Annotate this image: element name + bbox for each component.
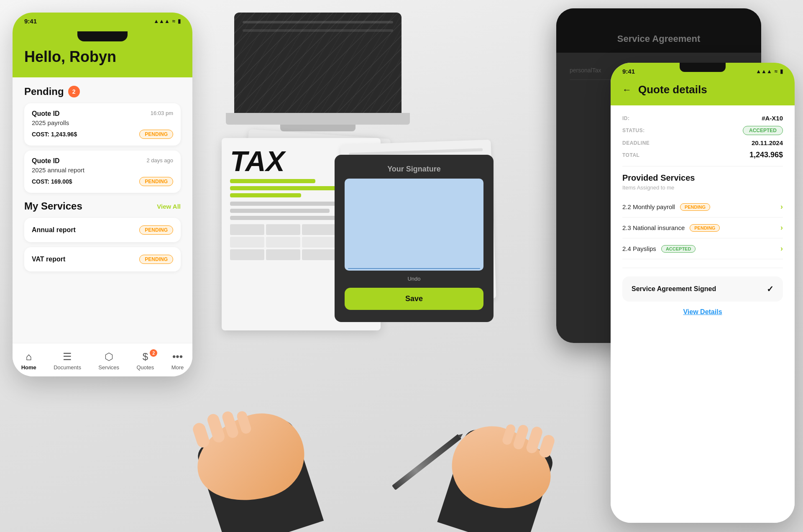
doc-cell — [266, 237, 300, 248]
nav-quotes[interactable]: $ 2 Quotes — [136, 351, 154, 371]
doc-cell — [266, 249, 300, 260]
quote-cost-2: COST: 169.00$ — [32, 178, 72, 185]
quotes-badge: 2 — [150, 349, 157, 357]
left-phone-header: Hello, Robyn — [13, 27, 192, 77]
service-row-3-name: 2.4 Payslips — [622, 245, 656, 252]
service-row-3-status: ACCEPTED — [661, 245, 696, 253]
right-area: Service Agreement personalTax 9:41 ▲▲▲ ≈… — [556, 8, 795, 527]
documents-icon: ☰ — [63, 351, 72, 363]
doc-cell — [302, 237, 336, 248]
deadline-value: 20.11.2024 — [752, 139, 783, 146]
detail-id-row: ID: #A-X10 — [622, 115, 783, 122]
signal-icon: ▲▲▲ — [153, 18, 170, 24]
doc-line-2 — [230, 186, 344, 190]
service-row-1-status: PENDING — [680, 203, 710, 211]
view-details-link[interactable]: View Details — [683, 308, 722, 315]
service-agreement-label: Service Agreement Signed — [632, 285, 716, 293]
service-name-2: VAT report — [32, 256, 65, 263]
laptop-illustration — [226, 13, 410, 138]
service-status-2: PENDING — [139, 255, 173, 264]
quote-card-1[interactable]: Quote ID 16:03 pm 2025 payrolls COST: 1,… — [24, 103, 181, 146]
quote-time-1: 16:03 pm — [151, 110, 173, 118]
status-label: STATUS: — [622, 128, 645, 133]
nav-home-label: Home — [21, 364, 36, 371]
sig-canvas[interactable] — [345, 179, 483, 271]
detail-total-row: TOTAL 1,243.96$ — [622, 151, 783, 159]
service-row-2[interactable]: 2.3 National insurance PENDING › — [622, 217, 783, 238]
doc-cell — [230, 237, 264, 248]
laptop-stand — [280, 125, 355, 131]
pending-badge: 2 — [68, 86, 80, 97]
total-label: TOTAL — [622, 152, 639, 158]
status-bar-left: 9:41 ▲▲▲ ≈ ▮ — [13, 13, 192, 27]
doc-line-3 — [230, 193, 301, 197]
services-title: My Services — [24, 200, 82, 212]
signal-icon-r: ▲▲▲ — [756, 68, 772, 74]
quote-details-title: Quote details — [638, 83, 707, 96]
bottom-nav-left: ⌂ Home ☰ Documents ⬡ Services $ 2 Quotes… — [13, 343, 192, 376]
chevron-2: › — [780, 223, 783, 232]
service-card-2[interactable]: VAT report PENDING — [24, 247, 181, 271]
chevron-1: › — [780, 202, 783, 211]
service-row-3[interactable]: 2.4 Payslips ACCEPTED › — [622, 238, 783, 259]
divider-1 — [622, 166, 783, 166]
back-arrow[interactable]: ← — [622, 84, 632, 95]
doc-line-5 — [230, 209, 330, 213]
nav-more[interactable]: ••• More — [171, 351, 184, 371]
quote-detail-content: ID: #A-X10 STATUS: ACCEPTED DEADLINE 20.… — [611, 105, 795, 523]
divider-2 — [622, 268, 783, 268]
chevron-3: › — [780, 244, 783, 253]
quote-name-2: 2025 annual report — [32, 166, 173, 174]
wifi-icon-r: ≈ — [775, 68, 777, 74]
service-row-1[interactable]: 2.2 Monthly payroll PENDING › — [622, 197, 783, 217]
provided-services-title: Provided Services — [622, 173, 783, 183]
service-row-2-name: 2.3 National insurance — [622, 224, 685, 231]
my-services-header: My Services View All — [24, 200, 181, 212]
status-value: ACCEPTED — [743, 126, 783, 135]
nav-documents-label: Documents — [54, 364, 81, 371]
pending-title: Pending 2 — [24, 86, 181, 97]
quote-name-1: 2025 payrolls — [32, 119, 173, 126]
doc-line-6 — [230, 216, 351, 220]
time-left: 9:41 — [24, 18, 37, 25]
greeting: Hello, Robyn — [24, 48, 181, 66]
undo-label[interactable]: Undo — [345, 276, 483, 282]
service-card-1[interactable]: Annual report PENDING — [24, 218, 181, 242]
quote-card-2[interactable]: Quote ID 2 days ago 2025 annual report C… — [24, 151, 181, 193]
nav-more-label: More — [171, 364, 184, 371]
nav-services[interactable]: ⬡ Services — [98, 351, 119, 371]
wifi-icon: ≈ — [172, 18, 175, 24]
sig-panel: Your Signature Undo Save — [335, 155, 494, 322]
phone-right-front: 9:41 ▲▲▲ ≈ ▮ ← Quote details ID: #A-X10 … — [611, 63, 795, 523]
service-row-2-left: 2.3 National insurance PENDING — [622, 224, 720, 232]
quote-cost-1: COST: 1,243.96$ — [32, 131, 77, 138]
nav-documents[interactable]: ☰ Documents — [54, 351, 81, 371]
doc-line-1 — [230, 179, 315, 183]
service-row-2-status: PENDING — [690, 224, 720, 232]
detail-deadline-row: DEADLINE 20.11.2024 — [622, 139, 783, 146]
sig-title: Your Signature — [345, 165, 483, 174]
quote-details-header: ← Quote details — [611, 77, 795, 105]
status-icons-right: ▲▲▲ ≈ ▮ — [756, 68, 783, 74]
provided-services-sub: Items Assigned to me — [622, 184, 783, 191]
doc-cell — [302, 249, 336, 260]
quotes-icon: $ — [143, 351, 148, 363]
service-row-1-left: 2.2 Monthly payroll PENDING — [622, 203, 710, 211]
id-value: #A-X10 — [762, 115, 783, 122]
time-right: 9:41 — [622, 68, 635, 75]
left-phone-content: Pending 2 Quote ID 16:03 pm 2025 payroll… — [13, 77, 192, 343]
nav-home[interactable]: ⌂ Home — [21, 351, 36, 371]
center-area: TAX — [201, 0, 560, 532]
laptop-screen — [234, 13, 402, 113]
status-icons-left: ▲▲▲ ≈ ▮ — [153, 18, 181, 24]
quote-status-1: PENDING — [139, 130, 173, 139]
nav-quotes-label: Quotes — [136, 364, 154, 371]
quote-id-2: Quote ID — [32, 157, 60, 165]
view-all-link[interactable]: View All — [157, 203, 181, 210]
save-button[interactable]: Save — [345, 288, 483, 310]
finger-4 — [236, 410, 253, 435]
dark-phone-header: Service Agreement — [556, 8, 761, 53]
view-details-container: View Details — [622, 308, 783, 316]
laptop-base — [226, 113, 410, 125]
notch-right — [680, 63, 726, 72]
